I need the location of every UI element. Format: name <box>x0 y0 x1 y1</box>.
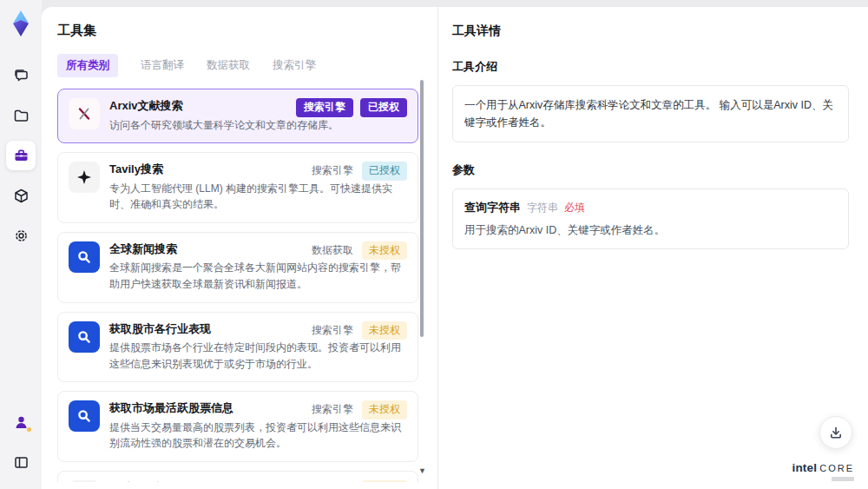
toolbox-nav-icon[interactable] <box>6 141 36 170</box>
auth-status-badge: 未授权 <box>362 321 407 340</box>
auth-status-badge: 已授权 <box>360 98 407 117</box>
tool-description: 访问各个研究领域大量科学论文和文章的存储库。 <box>109 117 407 134</box>
tool-description: 专为人工智能代理 (LLM) 构建的搜索引擎工具。可快速提供实时、准确和真实的结… <box>109 181 407 213</box>
app-window: 工具集 所有类别语言翻译数据获取搜索引擎 Arxiv文献搜索 访问各个研究领域大… <box>0 0 868 489</box>
tool-card[interactable]: Tavily搜索 专为人工智能代理 (LLM) 构建的搜索引擎工具。可快速提供实… <box>57 152 418 223</box>
auth-status-badge: 已授权 <box>362 162 407 181</box>
stock-search-icon <box>76 329 92 345</box>
tool-icon <box>69 480 100 482</box>
category-badge: 数据获取 <box>310 241 355 261</box>
tavily-star-icon <box>76 169 92 185</box>
tool-icon <box>69 321 100 353</box>
auth-status-badge: 未授权 <box>362 480 407 482</box>
parameter-name: 查询字符串 <box>464 200 521 215</box>
params-list: 查询字符串 字符串 必填 用于搜索的Arxiv ID、关键字或作者姓名。 <box>452 188 849 249</box>
download-button[interactable] <box>819 416 852 449</box>
stock-search-icon <box>76 408 92 424</box>
parameter-description: 用于搜索的Arxiv ID、关键字或作者姓名。 <box>464 223 837 238</box>
tools-list-panel: 工具集 所有类别语言翻译数据获取搜索引擎 Arxiv文献搜索 访问各个研究领域大… <box>42 7 438 489</box>
tool-icon <box>69 241 100 273</box>
intel-core-logo: intel CORE <box>792 461 854 481</box>
tool-list: Arxiv文献搜索 访问各个研究领域大量科学论文和文章的存储库。 搜索引擎 已授… <box>57 89 418 482</box>
tool-card[interactable]: 全球新闻搜索 全球新闻搜索是一个聚合全球各大新闻网站内容的搜索引擎，帮助用户快速… <box>57 232 418 303</box>
tool-description: 全球新闻搜索是一个聚合全球各大新闻网站内容的搜索引擎，帮助用户快速获取全球最新资… <box>109 260 407 292</box>
brand-intel-text: intel <box>792 461 817 474</box>
main-content: 工具集 所有类别语言翻译数据获取搜索引擎 Arxiv文献搜索 访问各个研究领域大… <box>42 7 868 489</box>
app-logo-icon <box>6 9 36 38</box>
parameter-required-flag: 必填 <box>564 201 585 215</box>
params-heading: 参数 <box>452 162 849 178</box>
news-search-icon <box>76 249 92 265</box>
parameter-card: 查询字符串 字符串 必填 用于搜索的Arxiv ID、关键字或作者姓名。 <box>452 188 849 249</box>
category-badge: 搜索引擎 <box>310 400 355 420</box>
scroll-down-arrow[interactable]: ▼ <box>418 467 426 475</box>
arxiv-icon <box>76 106 92 122</box>
tool-card[interactable]: 获取股市各行业表现 提供股票市场各个行业在特定时间段内的表现。投资者可以利用这些… <box>57 312 418 383</box>
tool-description: 提供当天交易量最高的股票列表，投资者可以利用这些信息来识别流动性强的股票和潜在的… <box>109 420 407 452</box>
tool-icon <box>69 162 100 193</box>
category-tab-3[interactable]: 搜索引擎 <box>273 58 316 73</box>
auth-status-badge: 未授权 <box>362 241 407 261</box>
brand-core-text: CORE <box>819 463 854 473</box>
nav-rail <box>0 0 42 489</box>
brand-sub-mark <box>832 477 854 481</box>
intro-heading: 工具介绍 <box>452 59 849 75</box>
tool-card[interactable]: 获取市场最活跃股票信息 提供当天交易量最高的股票列表，投资者可以利用这些信息来识… <box>57 391 418 462</box>
category-tab-2[interactable]: 数据获取 <box>207 58 250 73</box>
tool-icon <box>69 400 100 432</box>
intro-text: 一个用于从Arxiv存储库搜索科学论文和文章的工具。 输入可以是Arxiv ID… <box>464 96 837 131</box>
detail-title: 工具详情 <box>452 23 849 39</box>
settings-nav-icon[interactable] <box>6 221 36 250</box>
category-badge: 搜索引擎 <box>310 162 355 181</box>
download-icon <box>829 426 843 439</box>
auth-status-badge: 未授权 <box>362 400 407 420</box>
user-status-dot <box>27 427 31 432</box>
category-tab-0[interactable]: 所有类别 <box>57 54 118 77</box>
category-badge: 搜索引擎 <box>296 98 353 117</box>
files-nav-icon[interactable] <box>6 101 36 130</box>
category-tabs: 所有类别语言翻译数据获取搜索引擎 <box>57 54 437 77</box>
tool-card[interactable]: Arxiv文献搜索 访问各个研究领域大量科学论文和文章的存储库。 搜索引擎 已授… <box>57 89 418 143</box>
page-title: 工具集 <box>57 23 437 39</box>
user-avatar-icon[interactable] <box>6 407 36 437</box>
tool-description: 提供股票市场各个行业在特定时间段内的表现。投资者可以利用这些信息来识别表现优于或… <box>109 340 407 372</box>
collapse-panel-icon[interactable] <box>6 447 36 477</box>
category-badge: 搜索引擎 <box>310 480 355 482</box>
list-scrollbar[interactable] <box>420 80 424 337</box>
tool-icon <box>69 98 100 129</box>
chat-nav-icon[interactable] <box>6 61 36 90</box>
category-tab-1[interactable]: 语言翻译 <box>141 58 184 73</box>
tool-card[interactable]: 万维地区新闻查询 查询具体行政区划内的新闻，快速了解各地新闻动态 搜索引擎 未授… <box>57 471 418 482</box>
category-badge: 搜索引擎 <box>310 321 355 340</box>
tool-detail-panel: 工具详情 工具介绍 一个用于从Arxiv存储库搜索科学论文和文章的工具。 输入可… <box>438 7 868 489</box>
parameter-type: 字符串 <box>527 201 558 215</box>
plugins-nav-icon[interactable] <box>6 181 36 210</box>
